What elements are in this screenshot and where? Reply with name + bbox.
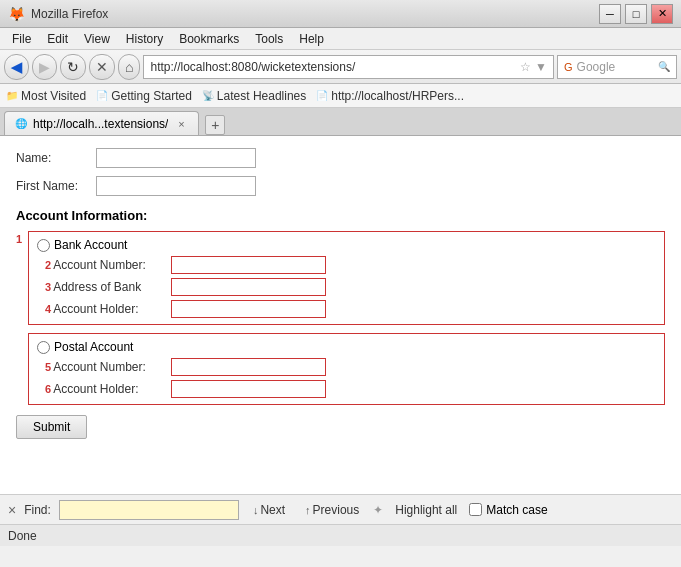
- nav-bar: ◀ ▶ ↻ ✕ ⌂ http://localhost:8080/wicketex…: [0, 50, 681, 84]
- active-tab[interactable]: 🌐 http://localh...textensions/ ×: [4, 111, 199, 135]
- field-num-6: 6: [45, 383, 51, 395]
- window-title: Mozilla Firefox: [31, 7, 599, 21]
- firstname-input[interactable]: [96, 176, 256, 196]
- menu-edit[interactable]: Edit: [39, 30, 76, 48]
- menu-history[interactable]: History: [118, 30, 171, 48]
- bookmark-rss-icon: 📡: [202, 90, 214, 101]
- next-label: Next: [260, 503, 285, 517]
- bookmark-most-visited-label: Most Visited: [21, 89, 86, 103]
- postal-radio[interactable]: [37, 341, 50, 354]
- menu-view[interactable]: View: [76, 30, 118, 48]
- field-num-5: 5: [45, 361, 51, 373]
- bank-radio[interactable]: [37, 239, 50, 252]
- section-title: Account Information:: [16, 208, 665, 223]
- bookmark-hrpers-label: http://localhost/HRPers...: [331, 89, 464, 103]
- field-label-2: Account Number:: [53, 258, 171, 272]
- menu-file[interactable]: File: [4, 30, 39, 48]
- bank-account-number-input[interactable]: [171, 256, 326, 274]
- bookmark-getting-started[interactable]: 📄 Getting Started: [96, 89, 192, 103]
- field-num-4: 4: [45, 303, 51, 315]
- bookmarks-bar: 📁 Most Visited 📄 Getting Started 📡 Lates…: [0, 84, 681, 108]
- menu-bookmarks[interactable]: Bookmarks: [171, 30, 247, 48]
- new-tab-button[interactable]: +: [205, 115, 225, 135]
- field-num-3: 3: [45, 281, 51, 293]
- field-label-3: Address of Bank: [53, 280, 171, 294]
- bank-field-2: 2 Account Number:: [45, 256, 656, 274]
- address-bar[interactable]: http://localhost:8080/wicketextensions/ …: [143, 55, 554, 79]
- bank-address-input[interactable]: [171, 278, 326, 296]
- outer-number: 1: [16, 233, 22, 245]
- submit-button[interactable]: Submit: [16, 415, 87, 439]
- postal-field-5: 5 Account Number:: [45, 358, 656, 376]
- google-icon: G: [564, 61, 573, 73]
- bank-radio-row: Bank Account: [37, 238, 656, 252]
- bookmark-latest-headlines[interactable]: 📡 Latest Headlines: [202, 89, 306, 103]
- name-label: Name:: [16, 151, 96, 165]
- bank-account-panel: Bank Account 2 Account Number: 3 Address…: [28, 231, 665, 325]
- forward-button[interactable]: ▶: [32, 54, 57, 80]
- search-placeholder: Google: [577, 60, 658, 74]
- bank-holder-input[interactable]: [171, 300, 326, 318]
- search-box[interactable]: G Google 🔍: [557, 55, 677, 79]
- search-icon[interactable]: 🔍: [658, 61, 670, 72]
- postal-account-panel: Postal Account 5 Account Number: 6 Accou…: [28, 333, 665, 405]
- address-icons: ☆ ▼: [520, 60, 547, 74]
- next-arrow-icon: ↓: [253, 504, 259, 516]
- firstname-label: First Name:: [16, 179, 96, 193]
- prev-arrow-icon: ↑: [305, 504, 311, 516]
- find-input[interactable]: [59, 500, 239, 520]
- firefox-icon: 🦊: [8, 6, 25, 22]
- status-bar: Done: [0, 524, 681, 546]
- match-case-label: Match case: [486, 503, 547, 517]
- refresh-button[interactable]: ↻: [60, 54, 86, 80]
- tab-page-icon: 🌐: [15, 118, 27, 129]
- title-bar: 🦊 Mozilla Firefox ─ □ ✕: [0, 0, 681, 28]
- find-separator: ✦: [373, 503, 383, 517]
- bank-field-3: 3 Address of Bank: [45, 278, 656, 296]
- menu-bar: File Edit View History Bookmarks Tools H…: [0, 28, 681, 50]
- match-case-checkbox[interactable]: [469, 503, 482, 516]
- dropdown-icon[interactable]: ▼: [535, 60, 547, 74]
- bookmark-latest-headlines-label: Latest Headlines: [217, 89, 306, 103]
- name-row: Name:: [16, 148, 665, 168]
- postal-fields: 5 Account Number: 6 Account Holder:: [45, 358, 656, 398]
- page-content: Name: First Name: Account Information: 1…: [0, 136, 681, 494]
- bookmark-folder-icon: 📁: [6, 90, 18, 101]
- bank-account-label: Bank Account: [54, 238, 127, 252]
- find-bar: × Find: ↓ Next ↑ Previous ✦ Highlight al…: [0, 494, 681, 524]
- star-icon[interactable]: ☆: [520, 60, 531, 74]
- bookmark-getting-started-label: Getting Started: [111, 89, 192, 103]
- tabs-bar: 🌐 http://localh...textensions/ × +: [0, 108, 681, 136]
- bookmark-most-visited[interactable]: 📁 Most Visited: [6, 89, 86, 103]
- postal-account-label: Postal Account: [54, 340, 133, 354]
- stop-button[interactable]: ✕: [89, 54, 115, 80]
- field-num-2: 2: [45, 259, 51, 271]
- maximize-button[interactable]: □: [625, 4, 647, 24]
- firstname-row: First Name:: [16, 176, 665, 196]
- highlight-all-button[interactable]: Highlight all: [391, 501, 461, 519]
- postal-holder-input[interactable]: [171, 380, 326, 398]
- bookmark-doc-icon-1: 📄: [96, 90, 108, 101]
- menu-help[interactable]: Help: [291, 30, 332, 48]
- bookmark-hrpers[interactable]: 📄 http://localhost/HRPers...: [316, 89, 464, 103]
- find-previous-button[interactable]: ↑ Previous: [299, 501, 365, 519]
- field-label-6: Account Holder:: [53, 382, 171, 396]
- tab-close-button[interactable]: ×: [174, 117, 188, 131]
- bank-fields: 2 Account Number: 3 Address of Bank 4 Ac…: [45, 256, 656, 318]
- postal-field-6: 6 Account Holder:: [45, 380, 656, 398]
- bookmark-doc-icon-2: 📄: [316, 90, 328, 101]
- home-button[interactable]: ⌂: [118, 54, 140, 80]
- account-container: 1 Bank Account 2 Account Number: 3 Addre…: [28, 231, 665, 405]
- field-label-5: Account Number:: [53, 360, 171, 374]
- back-button[interactable]: ◀: [4, 54, 29, 80]
- postal-account-number-input[interactable]: [171, 358, 326, 376]
- minimize-button[interactable]: ─: [599, 4, 621, 24]
- bank-field-4: 4 Account Holder:: [45, 300, 656, 318]
- find-next-button[interactable]: ↓ Next: [247, 501, 291, 519]
- field-label-4: Account Holder:: [53, 302, 171, 316]
- menu-tools[interactable]: Tools: [247, 30, 291, 48]
- close-button[interactable]: ✕: [651, 4, 673, 24]
- find-close-button[interactable]: ×: [8, 502, 16, 518]
- match-case-row: Match case: [469, 503, 547, 517]
- name-input[interactable]: [96, 148, 256, 168]
